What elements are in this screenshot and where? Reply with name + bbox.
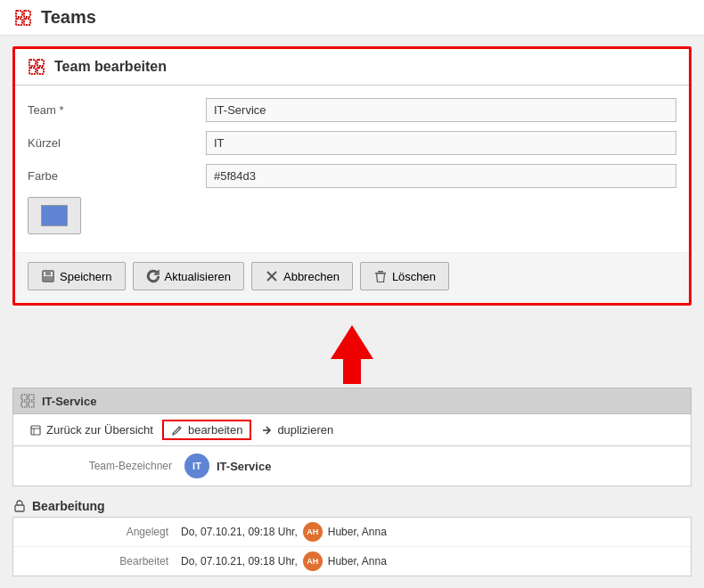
angelegt-date: Do, 07.10.21, 09:18 Uhr, <box>181 526 298 538</box>
angelegt-value: Do, 07.10.21, 09:18 Uhr, AH Huber, Anna <box>181 522 387 542</box>
delete-icon <box>373 269 388 283</box>
angelegt-label: Angelegt <box>20 526 181 538</box>
input-team[interactable] <box>206 98 676 122</box>
lower-section: IT-Service Zurück zur Übersicht bearbeit… <box>12 388 692 576</box>
svg-rect-4 <box>29 60 36 66</box>
team-section-header: IT-Service <box>12 388 692 414</box>
arrow-container <box>0 316 704 388</box>
bearbeitet-label: Bearbeitet <box>20 555 181 568</box>
team-section-name: IT-Service <box>42 395 96 408</box>
edit-icon <box>171 424 184 437</box>
edit-panel-header: Team bearbeiten <box>15 49 689 86</box>
duplicate-label: duplizieren <box>277 423 333 437</box>
form-actions: Speichern Aktualisieren Abbrechen Lösche… <box>15 252 689 303</box>
save-icon <box>41 269 55 283</box>
angelegt-user-name: Huber, Anna <box>328 526 387 538</box>
page-header: Teams <box>0 0 704 36</box>
team-detail-label: Team-Bezeichner <box>24 460 184 472</box>
edit-panel-title: Team bearbeiten <box>54 59 167 75</box>
update-button[interactable]: Aktualisieren <box>133 262 244 290</box>
svg-rect-0 <box>16 11 22 17</box>
team-badge: IT IT-Service <box>184 453 271 478</box>
form-row-kuerzel: Kürzel <box>28 131 676 155</box>
svg-rect-15 <box>21 395 27 400</box>
svg-rect-19 <box>31 426 40 435</box>
cancel-label: Abbrechen <box>283 270 340 283</box>
input-kuerzel[interactable] <box>206 131 676 155</box>
team-detail-row: Team-Bezeichner IT IT-Service <box>12 446 692 486</box>
cancel-button[interactable]: Abbrechen <box>251 262 353 290</box>
bearbeitung-header: Bearbeitung <box>12 495 692 517</box>
form-row-farbe: Farbe <box>28 164 676 188</box>
team-badge-circle: IT <box>184 453 209 478</box>
cancel-icon <box>265 269 279 283</box>
overview-icon <box>29 424 42 437</box>
team-section-icon <box>20 394 35 408</box>
svg-rect-6 <box>29 68 36 74</box>
svg-rect-16 <box>29 395 34 400</box>
color-preview-row <box>28 197 676 234</box>
svg-rect-13 <box>375 273 386 274</box>
bearbeitung-title: Bearbeitung <box>32 499 105 513</box>
svg-rect-18 <box>29 402 34 407</box>
svg-rect-14 <box>378 271 383 273</box>
edit-panel: Team bearbeiten Team * Kürzel Farbe <box>12 46 692 306</box>
overview-link[interactable]: Zurück zur Übersicht <box>20 420 162 440</box>
page-title: Teams <box>41 7 96 28</box>
svg-rect-2 <box>16 19 22 25</box>
arrow-up-indicator <box>331 325 373 384</box>
delete-label: Löschen <box>392 270 436 283</box>
form-body: Team * Kürzel Farbe <box>15 86 689 252</box>
svg-rect-17 <box>21 402 27 407</box>
teams-icon <box>14 9 32 27</box>
lock-icon <box>12 499 27 513</box>
arrow-shaft <box>343 359 361 384</box>
save-button[interactable]: Speichern <box>28 262 126 290</box>
svg-rect-7 <box>37 68 44 74</box>
bearbeitet-date: Do, 07.10.21, 09:18 Uhr, <box>181 555 298 568</box>
overview-label: Zurück zur Übersicht <box>46 423 153 437</box>
bearbeitet-user-initials: AH <box>307 557 318 566</box>
svg-rect-3 <box>24 19 30 25</box>
color-swatch <box>41 205 68 226</box>
input-farbe[interactable] <box>206 164 676 188</box>
svg-rect-5 <box>37 60 44 66</box>
edit-panel-icon <box>28 58 45 76</box>
svg-rect-10 <box>44 276 53 281</box>
label-farbe: Farbe <box>28 169 206 183</box>
delete-button[interactable]: Löschen <box>360 262 449 290</box>
team-actions-bar: Zurück zur Übersicht bearbeiten duplizie… <box>12 414 692 446</box>
svg-rect-23 <box>15 505 24 511</box>
bearbeitung-rows: Angelegt Do, 07.10.21, 09:18 Uhr, AH Hub… <box>12 517 692 576</box>
svg-rect-1 <box>24 11 30 17</box>
arrow-head <box>331 325 373 359</box>
angelegt-user-badge: AH <box>303 522 323 542</box>
team-badge-initials: IT <box>192 461 201 471</box>
bearbeitung-row-bearbeitet: Bearbeitet Do, 07.10.21, 09:18 Uhr, AH H… <box>13 547 691 576</box>
edit-label: bearbeiten <box>188 423 242 437</box>
bearbeitet-user-badge: AH <box>303 551 323 571</box>
angelegt-user-initials: AH <box>307 527 318 536</box>
label-kuerzel: Kürzel <box>28 136 206 150</box>
team-badge-name: IT-Service <box>217 460 271 473</box>
form-row-team: Team * <box>28 98 676 122</box>
bearbeitet-value: Do, 07.10.21, 09:18 Uhr, AH Huber, Anna <box>181 551 387 571</box>
duplicate-icon <box>260 424 273 437</box>
save-label: Speichern <box>60 270 112 283</box>
edit-link[interactable]: bearbeiten <box>162 420 251 440</box>
bearbeitung-row-angelegt: Angelegt Do, 07.10.21, 09:18 Uhr, AH Hub… <box>13 518 691 547</box>
update-icon <box>146 269 160 283</box>
duplicate-link[interactable]: duplizieren <box>251 420 342 440</box>
color-preview-button[interactable] <box>28 197 81 234</box>
bearbeitung-section: Bearbeitung Angelegt Do, 07.10.21, 09:18… <box>12 495 692 576</box>
bearbeitet-user-name: Huber, Anna <box>328 555 387 568</box>
svg-rect-9 <box>45 271 51 275</box>
label-team: Team * <box>28 103 206 117</box>
update-label: Aktualisieren <box>165 270 231 283</box>
